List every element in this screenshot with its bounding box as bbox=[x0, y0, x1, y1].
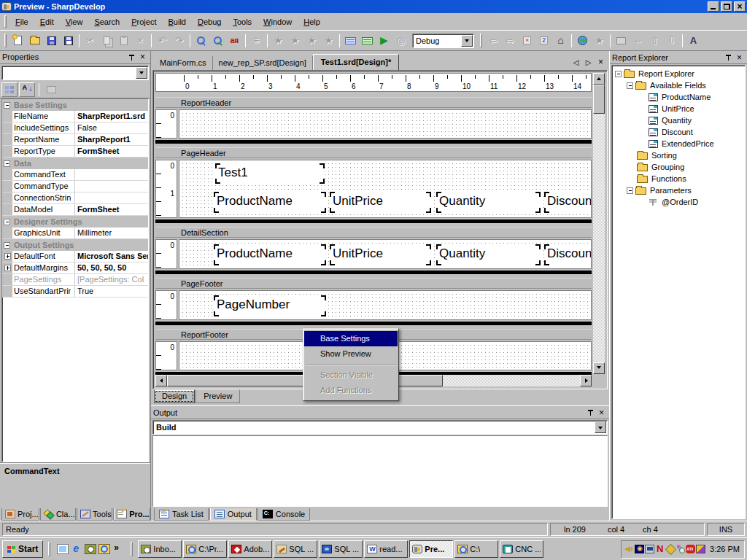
property-value[interactable]: 50, 50, 50, 50 bbox=[75, 262, 148, 273]
property-value[interactable]: False bbox=[75, 122, 148, 133]
chevron-icon[interactable] bbox=[112, 544, 124, 554]
taskbar-grip[interactable] bbox=[131, 542, 133, 556]
save-all-icon[interactable] bbox=[60, 33, 77, 49]
collapse-icon[interactable] bbox=[4, 102, 10, 109]
property-category-base-settings[interactable]: Base Settings bbox=[2, 99, 148, 111]
collapse-icon[interactable] bbox=[615, 71, 622, 77]
section-canvas-reportheader[interactable] bbox=[179, 109, 592, 139]
collapse-icon[interactable] bbox=[4, 160, 10, 167]
property-row-datamodel[interactable]: DataModelFormSheet bbox=[2, 204, 148, 216]
property-category-data[interactable]: Data bbox=[2, 158, 148, 169]
tree-node-unitprice[interactable]: UnitPrice bbox=[612, 103, 745, 114]
collapse-icon[interactable] bbox=[627, 82, 633, 89]
property-value[interactable]: [PageSettings: Col bbox=[75, 274, 148, 285]
menu-debug[interactable]: Debug bbox=[192, 15, 227, 28]
web-browser-icon[interactable] bbox=[574, 33, 591, 49]
save-icon[interactable] bbox=[43, 33, 60, 49]
property-value[interactable]: FormSheet bbox=[75, 146, 148, 157]
find-in-files-icon[interactable] bbox=[209, 33, 226, 49]
report-item-quantity[interactable]: Quantity bbox=[436, 244, 541, 265]
section-title-reportheader[interactable]: ReportHeader bbox=[155, 97, 592, 108]
tree-node-extendedprice[interactable]: ExtendedPrice bbox=[612, 138, 745, 149]
toolbar-grip[interactable] bbox=[4, 34, 7, 47]
restore-button[interactable] bbox=[721, 1, 732, 12]
keyboard-layout-icon[interactable] bbox=[665, 545, 675, 553]
output-text-area[interactable] bbox=[152, 435, 608, 507]
taskbar-button-sql[interactable]: SQL ... bbox=[274, 540, 317, 558]
taskbar-button-c-pr[interactable]: C:\Pr... bbox=[183, 540, 227, 558]
property-row-pagesettings[interactable]: PageSettings[PageSettings: Col bbox=[2, 274, 148, 286]
taskbar-button-c[interactable]: C:\ bbox=[454, 540, 498, 558]
volume-icon[interactable] bbox=[624, 545, 634, 553]
output-category-combo[interactable]: Build bbox=[152, 420, 608, 435]
report-item-test1[interactable]: Test1 bbox=[215, 163, 325, 184]
tree-node-productname[interactable]: ProductName bbox=[612, 91, 745, 103]
context-menu-item-base-settings[interactable]: Base Settings bbox=[304, 331, 398, 346]
menu-search[interactable]: Search bbox=[88, 15, 125, 28]
new-file-icon[interactable] bbox=[9, 33, 26, 49]
categorized-button[interactable] bbox=[1, 82, 18, 97]
close-panel-button[interactable] bbox=[734, 52, 745, 63]
view-tab-preview[interactable]: Preview bbox=[196, 389, 240, 403]
report-item-productname[interactable]: ProductName bbox=[214, 192, 326, 213]
start-button[interactable]: Start bbox=[2, 540, 43, 558]
stop-load-icon[interactable] bbox=[519, 33, 535, 49]
menu-project[interactable]: Project bbox=[125, 15, 162, 28]
tree-node-discount[interactable]: Discount bbox=[612, 126, 745, 138]
report-item-discount[interactable]: Discount bbox=[544, 192, 592, 213]
vertical-scrollbar[interactable] bbox=[593, 73, 605, 374]
taskbar-button-inbo[interactable]: Inbo... bbox=[138, 540, 182, 558]
menu-tools[interactable]: Tools bbox=[227, 15, 258, 28]
open-file-icon[interactable] bbox=[26, 33, 43, 49]
close-panel-button[interactable] bbox=[137, 52, 148, 62]
property-row-commandtype[interactable]: CommandType bbox=[2, 181, 148, 192]
combo-dropdown-button[interactable] bbox=[136, 67, 147, 79]
property-row-reportname[interactable]: ReportNameSharpReport1 bbox=[2, 134, 148, 146]
signal-icon[interactable] bbox=[635, 545, 644, 553]
report-item-unitprice[interactable]: UnitPrice bbox=[330, 244, 431, 265]
combo-dropdown-button[interactable] bbox=[461, 35, 473, 47]
show-desktop-icon[interactable] bbox=[57, 544, 69, 554]
property-row-includesettings[interactable]: IncludeSettingsFalse bbox=[2, 122, 148, 134]
section-title-pagefooter[interactable]: PageFooter bbox=[155, 278, 592, 289]
section-canvas-pagefooter[interactable]: PageNumber bbox=[179, 290, 592, 320]
combo-dropdown-button[interactable] bbox=[595, 421, 606, 433]
report-item-discount[interactable]: Discount bbox=[544, 244, 592, 265]
taskbar-button-read[interactable]: read... bbox=[364, 540, 408, 558]
taskbar-button-sql[interactable]: SQL ... bbox=[319, 540, 363, 558]
tray-app-icon[interactable] bbox=[696, 545, 705, 553]
network-icon[interactable] bbox=[645, 545, 654, 553]
prev-tab-button[interactable] bbox=[570, 57, 581, 67]
report-item-quantity[interactable]: Quantity bbox=[436, 192, 541, 213]
property-row-graphicsunit[interactable]: GraphicsUnitMillimeter bbox=[2, 228, 148, 239]
pad-tab-cla[interactable]: Cla... bbox=[40, 508, 76, 521]
scrollbar-thumb[interactable] bbox=[593, 85, 605, 114]
menu-help[interactable]: Help bbox=[298, 15, 326, 28]
window-titlebar[interactable]: Preview - SharpDevelop bbox=[0, 0, 747, 13]
property-row-commandtext[interactable]: CommandText bbox=[2, 169, 148, 181]
doc-tab-mainform-cs[interactable]: MainForm.cs bbox=[154, 56, 213, 70]
property-category-designer-settings[interactable]: Designer Settings bbox=[2, 216, 148, 228]
report-item-pagenumber[interactable]: PageNumber bbox=[214, 295, 326, 316]
section-title-pageheader[interactable]: PageHeader bbox=[155, 147, 592, 158]
menu-window[interactable]: Window bbox=[258, 15, 298, 28]
ie-icon[interactable] bbox=[71, 544, 82, 554]
debug-target-combo[interactable]: Debug bbox=[412, 34, 474, 48]
outlook-icon[interactable] bbox=[85, 544, 96, 554]
collapse-icon[interactable] bbox=[4, 242, 10, 249]
tree-node-sorting[interactable]: Sorting bbox=[612, 149, 745, 161]
tree-node-quantity[interactable]: Quantity bbox=[612, 114, 745, 126]
pin-button[interactable] bbox=[723, 52, 734, 63]
scroll-right-button[interactable] bbox=[580, 375, 592, 386]
scrollbar-track[interactable] bbox=[443, 375, 580, 386]
menu-view[interactable]: View bbox=[60, 15, 89, 28]
property-value[interactable]: SharpReport1.srd bbox=[75, 111, 148, 122]
property-row-reporttype[interactable]: ReportTypeFormSheet bbox=[2, 146, 148, 158]
font-icon[interactable]: A bbox=[685, 33, 702, 49]
property-value[interactable] bbox=[75, 169, 148, 180]
pad-tab-console[interactable]: Console bbox=[258, 508, 310, 521]
scroll-up-button[interactable] bbox=[593, 73, 605, 85]
minimize-button[interactable] bbox=[708, 1, 719, 12]
toolbar-grip[interactable] bbox=[480, 34, 482, 47]
tree-node-orderid[interactable]: @OrderID bbox=[612, 196, 745, 208]
